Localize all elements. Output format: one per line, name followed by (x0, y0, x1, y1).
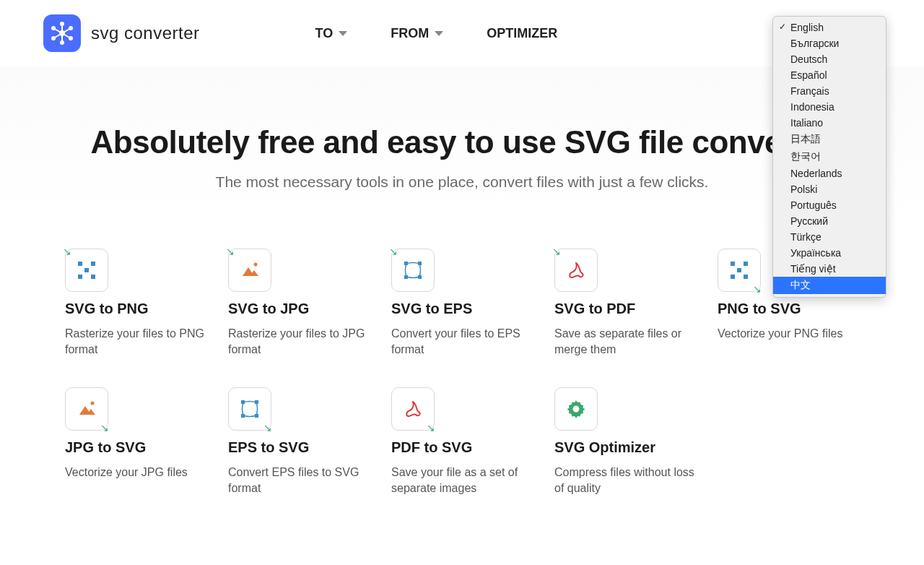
card-title: SVG to JPG (228, 301, 370, 317)
tool-card[interactable]: ↘SVG to EPSConvert your files to EPS for… (391, 249, 533, 358)
logo-text: svg converter (91, 23, 200, 43)
svg-rect-15 (84, 268, 89, 272)
svg-rect-35 (241, 414, 245, 418)
tool-card[interactable]: ↘PDF to SVGSave your file as a set of se… (391, 387, 533, 497)
svg-rect-34 (255, 400, 258, 404)
arrow-icon: ↘ (389, 246, 399, 256)
nav-to[interactable]: TO (315, 26, 348, 41)
logo[interactable]: svg converter (43, 14, 200, 52)
chevron-down-icon (435, 31, 443, 36)
language-option[interactable]: Español (773, 67, 886, 83)
tool-card[interactable]: ↘SVG to PDFSave as separate files or mer… (554, 249, 696, 358)
card-title: PDF to SVG (391, 439, 533, 456)
arrow-icon: ↘ (100, 423, 110, 433)
card-description: Save as separate files or merge them (554, 326, 696, 358)
language-option[interactable]: Indonesia (773, 99, 886, 115)
tool-card[interactable]: ↘JPG to SVGVectorize your JPG files (65, 387, 206, 497)
svg-rect-17 (91, 275, 95, 279)
card-icon: ↘ (65, 249, 108, 292)
language-option[interactable]: Nederlands (773, 165, 886, 181)
language-option[interactable]: Tiếng việt (773, 261, 886, 277)
svg-rect-25 (731, 262, 735, 266)
svg-point-2 (61, 22, 64, 25)
language-option[interactable]: 한국어 (773, 148, 886, 165)
language-option[interactable]: Українська (773, 245, 886, 261)
tool-card[interactable]: ↘SVG to PNGRasterize your files to PNG f… (65, 249, 206, 358)
language-option[interactable]: Polski (773, 181, 886, 197)
nav-from[interactable]: FROM (391, 26, 443, 41)
svg-rect-23 (404, 275, 408, 279)
svg-rect-28 (731, 275, 735, 279)
tool-card[interactable]: ↘EPS to SVGConvert EPS files to SVG form… (228, 387, 370, 497)
svg-rect-33 (241, 400, 245, 404)
language-option[interactable]: Русский (773, 213, 886, 229)
svg-point-8 (61, 41, 64, 44)
svg-rect-21 (404, 262, 408, 265)
svg-rect-14 (91, 262, 95, 266)
language-option[interactable]: Български (773, 35, 886, 51)
main-nav: TO FROM OPTIMIZER (315, 26, 558, 41)
nav-from-label: FROM (391, 26, 429, 41)
card-description: Rasterize your files to PNG format (65, 326, 206, 358)
svg-rect-26 (744, 262, 748, 266)
card-icon: ↘ (554, 249, 598, 292)
svg-point-6 (69, 37, 72, 40)
svg-rect-27 (737, 268, 741, 272)
svg-rect-29 (744, 275, 748, 279)
card-title: SVG to PNG (65, 301, 206, 317)
language-option[interactable]: Français (773, 83, 886, 99)
language-option[interactable]: 日本語 (773, 131, 886, 148)
language-option[interactable]: Italiano (773, 115, 886, 131)
card-description: Compress files without loss of quality (554, 465, 696, 497)
tool-card[interactable]: SVG OptimizerCompress files without loss… (554, 387, 696, 497)
card-icon: ↘ (391, 387, 435, 431)
card-description: Save your file as a set of separate imag… (391, 465, 533, 497)
svg-rect-24 (418, 275, 422, 279)
svg-point-10 (52, 37, 55, 40)
card-description: Convert EPS files to SVG format (228, 465, 370, 497)
svg-point-4 (69, 27, 72, 30)
svg-point-20 (254, 263, 258, 267)
language-option[interactable]: Deutsch (773, 51, 886, 67)
page-title: Absolutely free and easy to use SVG file… (43, 124, 881, 160)
nav-optimizer[interactable]: OPTIMIZER (487, 26, 557, 41)
card-description: Convert your files to EPS format (391, 326, 533, 358)
svg-point-37 (573, 405, 580, 412)
nav-to-label: TO (315, 26, 334, 41)
card-title: SVG to EPS (391, 301, 533, 317)
card-icon: ↘ (718, 249, 761, 292)
language-dropdown[interactable]: EnglishБългарскиDeutschEspañolFrançaisIn… (772, 16, 886, 298)
card-title: JPG to SVG (65, 439, 206, 456)
card-title: PNG to SVG (718, 301, 859, 317)
nav-optimizer-label: OPTIMIZER (487, 26, 557, 41)
svg-rect-13 (78, 262, 82, 266)
arrow-icon: ↘ (263, 423, 274, 433)
svg-point-12 (52, 27, 55, 30)
language-option[interactable]: Türkçe (773, 229, 886, 245)
svg-rect-16 (78, 275, 82, 279)
tool-card[interactable]: ↘SVG to JPGRasterize your files to JPG f… (228, 249, 370, 358)
logo-icon (43, 14, 81, 52)
arrow-icon: ↘ (226, 246, 236, 256)
svg-rect-36 (255, 414, 258, 418)
page-subtitle: The most necessary tools in one place, c… (43, 173, 881, 191)
card-icon (554, 387, 598, 431)
arrow-icon: ↘ (427, 423, 437, 433)
arrow-icon: ↘ (753, 284, 763, 294)
card-icon: ↘ (228, 249, 271, 292)
card-description: Vectorize your JPG files (65, 465, 206, 480)
card-title: SVG to PDF (554, 301, 696, 317)
svg-point-32 (91, 401, 95, 405)
arrow-icon: ↘ (552, 246, 562, 256)
arrow-icon: ↘ (63, 246, 73, 256)
card-description: Rasterize your files to JPG format (228, 326, 370, 358)
card-icon: ↘ (391, 249, 435, 292)
language-option[interactable]: Português (773, 197, 886, 213)
language-option[interactable]: 中文 (773, 277, 886, 294)
card-icon: ↘ (228, 387, 271, 431)
card-title: SVG Optimizer (554, 439, 696, 456)
language-option[interactable]: English (773, 20, 886, 35)
card-title: EPS to SVG (228, 439, 370, 456)
chevron-down-icon (339, 31, 347, 36)
card-icon: ↘ (65, 387, 108, 431)
